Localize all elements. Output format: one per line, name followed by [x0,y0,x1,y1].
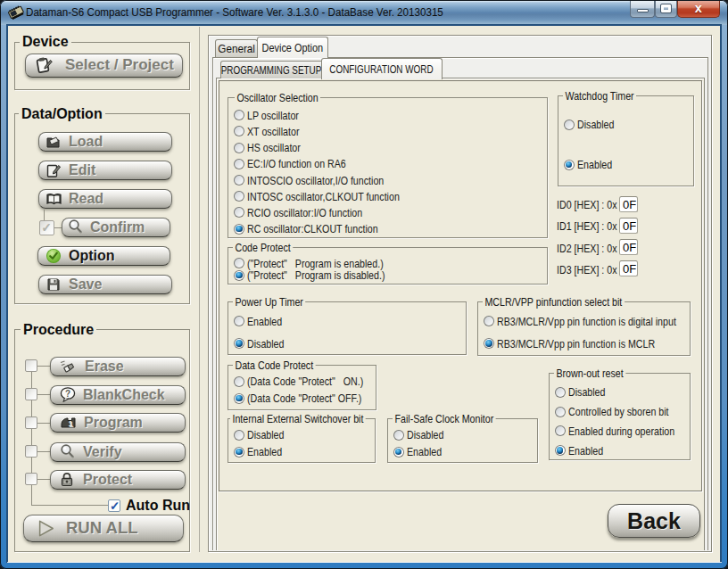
svg-text:1: 1 [68,419,72,428]
svg-text:?: ? [65,389,70,399]
